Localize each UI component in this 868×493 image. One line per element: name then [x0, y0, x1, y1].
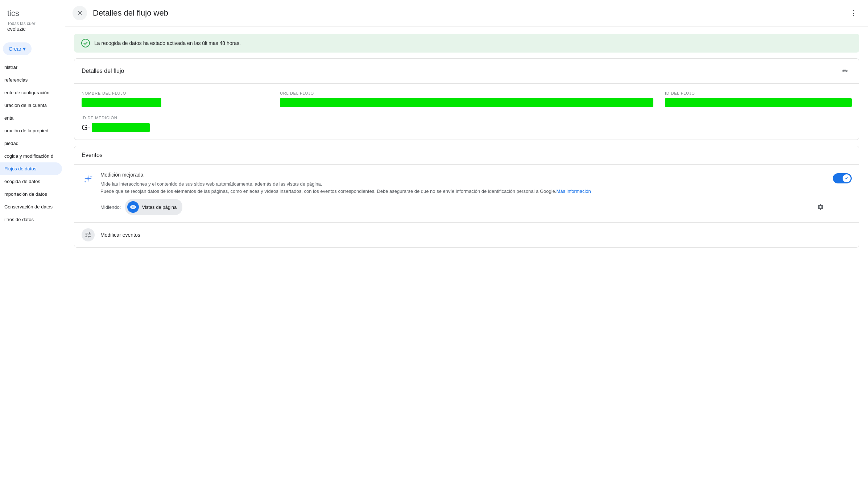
flow-details-body: NOMBRE DEL FLUJO URL DEL FLUJO ID DEL FL… — [74, 84, 859, 140]
sidebar-item-preferencias[interactable]: referencias — [0, 74, 62, 86]
flow-details-header: Detalles del flujo ✏ — [74, 59, 859, 84]
edit-button[interactable]: ✏ — [839, 65, 852, 78]
sidebar-item-filtros[interactable]: iltros de datos — [0, 213, 62, 226]
eye-icon-container — [127, 201, 139, 213]
create-label: Crear — [9, 46, 21, 52]
sidebar-item-propiedad[interactable]: piedad — [0, 137, 62, 150]
sidebar-item-recogida-mod[interactable]: cogida y modificación d — [0, 150, 62, 162]
more-options-button[interactable]: ⋮ — [846, 6, 861, 20]
sidebar-header: tics Todas las cuer evoluzic — [0, 0, 65, 38]
vistas-pagina-label: Vistas de página — [142, 204, 177, 210]
toggle-check-icon: ✓ — [845, 176, 848, 181]
measuring-row: Midiendo: Vistas de página — [100, 199, 827, 215]
field-nombre-flujo: NOMBRE DEL FLUJO — [82, 91, 268, 107]
modificar-eventos-item: Modificar eventos — [74, 223, 859, 247]
check-circle-icon — [81, 39, 90, 47]
fields-row-top: NOMBRE DEL FLUJO URL DEL FLUJO ID DEL FL… — [82, 91, 852, 107]
events-card: Eventos — [74, 146, 859, 248]
more-info-link[interactable]: Más información — [556, 188, 591, 194]
sidebar-item-recogida-datos[interactable]: ecogida de datos — [0, 175, 62, 188]
id-medicion-label: ID DE MEDICIÓN — [82, 116, 852, 120]
vistas-pagina-chip[interactable]: Vistas de página — [125, 199, 182, 215]
toggle-switch[interactable]: ✓ — [833, 173, 852, 183]
panel-header: ✕ Detalles del flujo web ⋮ — [65, 0, 868, 26]
midiendo-label: Midiendo: — [100, 204, 121, 210]
close-icon: ✕ — [77, 9, 83, 17]
flow-details-card: Detalles del flujo ✏ NOMBRE DEL FLUJO — [74, 58, 859, 140]
panel-title: Detalles del flujo web — [93, 8, 846, 18]
field-url-flujo: URL DEL FLUJO — [280, 91, 653, 107]
measurement-id-bar — [92, 123, 150, 132]
medicion-mejorada-description: Mide las interacciones y el contenido de… — [100, 181, 827, 195]
id-flujo-label: ID DEL FLUJO — [665, 91, 852, 95]
edit-icon: ✏ — [842, 67, 848, 75]
settings-button[interactable] — [814, 200, 827, 214]
events-body: Medición mejorada Mide las interacciones… — [74, 165, 859, 247]
chevron-down-icon: ▾ — [23, 45, 26, 52]
more-icon: ⋮ — [850, 8, 857, 18]
sidebar: tics Todas las cuer evoluzic Crear ▾ nis… — [0, 0, 65, 493]
app-title: tics — [4, 6, 61, 20]
sidebar-item-conservacion[interactable]: Conservación de datos — [0, 200, 62, 213]
status-text: La recogida de datos ha estado activada … — [94, 40, 241, 46]
sparkle-icon-container — [82, 173, 95, 186]
events-title: Eventos — [82, 152, 103, 158]
svg-point-0 — [82, 39, 90, 47]
account-label: Todas las cuer — [4, 20, 61, 26]
description-line1: Mide las interacciones y el contenido de… — [100, 181, 322, 187]
nombre-flujo-value-bar — [82, 98, 161, 107]
measurement-id-prefix: G- — [82, 123, 90, 132]
sidebar-item-config-propiedad[interactable]: uración de la propied. — [0, 124, 62, 137]
panel-body: La recogida de datos ha estado activada … — [65, 26, 868, 493]
measurement-id-section: ID DE MEDICIÓN G- — [82, 116, 852, 132]
sidebar-item-flujos-datos[interactable]: Flujos de datos — [0, 162, 62, 175]
eye-icon — [130, 204, 136, 210]
id-flujo-value-bar — [665, 98, 852, 107]
toggle-thumb: ✓ — [843, 174, 851, 182]
close-button[interactable]: ✕ — [73, 6, 87, 20]
medicion-mejorada-toggle[interactable]: ✓ — [833, 173, 852, 183]
events-header: Eventos — [74, 146, 859, 165]
medicion-mejorada-content: Medición mejorada Mide las interacciones… — [100, 172, 827, 215]
create-button[interactable]: Crear ▾ — [3, 42, 32, 55]
measurement-id-value: G- — [82, 123, 852, 132]
modify-events-icon-container — [82, 228, 95, 241]
sidebar-item-importacion[interactable]: mportación de datos — [0, 188, 62, 200]
sidebar-item-administrar[interactable]: nistrar — [0, 61, 62, 74]
medicion-mejorada-title: Medición mejorada — [100, 172, 827, 178]
sidebar-item-config-cuenta[interactable]: uración de la cuenta — [0, 99, 62, 112]
main-content: ✕ Detalles del flujo web ⋮ La recogida d… — [65, 0, 868, 493]
nombre-flujo-label: NOMBRE DEL FLUJO — [82, 91, 268, 95]
sidebar-item-agente-config[interactable]: ente de configuración — [0, 86, 62, 99]
flow-details-title: Detalles del flujo — [82, 68, 124, 74]
sidebar-nav: nistrar referencias ente de configuració… — [0, 59, 65, 493]
sidebar-item-cuenta[interactable]: enta — [0, 112, 62, 124]
modificar-eventos-title: Modificar eventos — [100, 232, 140, 238]
field-id-flujo: ID DEL FLUJO — [665, 91, 852, 107]
description-line2: Puede que se recojan datos de los elemen… — [100, 188, 556, 194]
url-flujo-label: URL DEL FLUJO — [280, 91, 653, 95]
account-name: evoluzic — [4, 26, 61, 35]
status-banner: La recogida de datos ha estado activada … — [74, 34, 859, 53]
sparkle-icon — [83, 174, 93, 184]
medicion-mejorada-item: Medición mejorada Mide las interacciones… — [74, 165, 859, 223]
url-flujo-value-bar — [280, 98, 653, 107]
gear-icon — [817, 203, 824, 211]
details-panel: ✕ Detalles del flujo web ⋮ La recogida d… — [65, 0, 868, 493]
sliders-icon — [84, 231, 92, 239]
panel-overlay: ✕ Detalles del flujo web ⋮ La recogida d… — [65, 0, 868, 493]
